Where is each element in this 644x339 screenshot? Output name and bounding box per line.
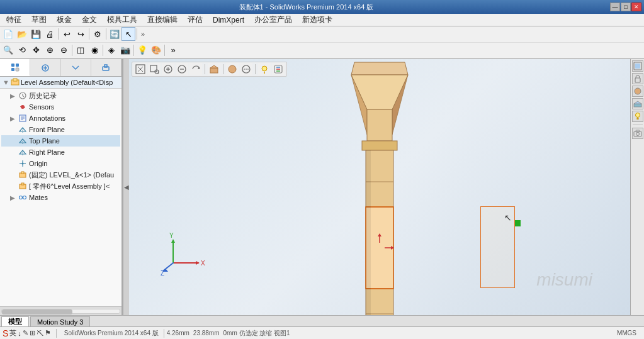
toolbar-expand: » — [138, 30, 147, 38]
front-plane-icon — [18, 125, 28, 135]
menu-features[interactable]: 特征 — [1, 13, 26, 26]
tb-section-view-button[interactable]: ◈ — [105, 43, 118, 57]
scrollbar-track[interactable] — [1, 309, 120, 314]
menu-sketch[interactable]: 草图 — [26, 13, 52, 26]
vp-zoom-area-button[interactable] — [148, 63, 161, 75]
tb-rotate-button[interactable]: ⟲ — [15, 43, 29, 57]
tb-appearance-button[interactable]: 🎨 — [149, 43, 163, 57]
expand-icon: ▶ — [10, 115, 18, 122]
3d-viewport[interactable]: ↖ X Y Z misumi — [129, 59, 630, 315]
rp-appearance-button[interactable] — [632, 86, 643, 97]
assembly-expand-icon: ▼ — [3, 79, 9, 86]
menu-dimxpert[interactable]: DimXpert — [208, 14, 249, 26]
vp-zoom-out-button[interactable] — [176, 63, 188, 75]
tb-zoom-out-button[interactable]: ⊖ — [57, 43, 71, 57]
tree-item-front-plane[interactable]: Front Plane — [1, 124, 120, 135]
rp-camera-button[interactable] — [632, 128, 643, 139]
tb-display-button[interactable]: ◉ — [88, 43, 101, 57]
separator-8 — [164, 45, 165, 56]
status-units: 0mm 仿选定 放缩 视图1 — [221, 329, 293, 338]
svg-marker-78 — [196, 261, 200, 265]
tb-rebuild-button[interactable]: 🔄 — [108, 27, 121, 41]
tab-dme-manager[interactable] — [91, 59, 121, 76]
solidworks-icon: S — [3, 328, 8, 338]
tb-print-button[interactable]: 🖨 — [43, 27, 57, 41]
tree-item-mates[interactable]: ▶ Mates — [1, 192, 120, 203]
expand-icon: ▶ — [10, 194, 18, 201]
tree-content: ▶ 历史记录 Sensors ▶ Annotations — [0, 89, 121, 306]
assembly-root[interactable]: ▼ Level Assembly (Default<Disp — [0, 77, 121, 89]
close-button[interactable]: ✕ — [631, 3, 641, 11]
selection-box — [480, 206, 515, 288]
rp-lights-button[interactable] — [632, 111, 643, 122]
coordinate-axes: X Y Z — [161, 231, 211, 277]
tree-item-label: Front Plane — [29, 126, 65, 133]
tb-select-button[interactable]: ↖ — [121, 27, 135, 41]
tree-item-top-plane[interactable]: Top Plane — [1, 135, 120, 147]
tree-item-annotations[interactable]: ▶ Annotations — [1, 113, 120, 124]
tb-redo-button[interactable]: ↪ — [74, 27, 88, 41]
menu-direct-edit[interactable]: 直接编辑 — [142, 13, 183, 26]
origin-icon — [18, 158, 28, 169]
tb-view-orient-button[interactable]: ◫ — [74, 43, 88, 57]
vp-view-type-button[interactable] — [208, 63, 220, 75]
vp-rotate-button[interactable] — [189, 63, 202, 75]
sensors-icon — [18, 102, 28, 112]
tb-more-button[interactable]: » — [166, 43, 180, 57]
tb-open-button[interactable]: 📂 — [15, 27, 29, 41]
menu-office[interactable]: 办公室产品 — [249, 13, 297, 26]
rp-lock-button[interactable] — [632, 73, 643, 84]
tb-save-button[interactable]: 💾 — [29, 27, 43, 41]
tb-zoom-fit-button[interactable]: 🔍 — [1, 43, 15, 57]
watermark: misumi — [536, 270, 592, 290]
menu-evaluate[interactable]: 评估 — [183, 13, 208, 26]
tb-undo-button[interactable]: ↩ — [60, 27, 74, 41]
tree-scrollbar[interactable] — [0, 306, 121, 315]
scrollbar-thumb[interactable] — [2, 309, 72, 314]
tb-options-button[interactable]: ⚙ — [91, 27, 105, 41]
menu-mold-tools[interactable]: 模具工具 — [102, 13, 142, 26]
toolbar-row-2: 🔍 ⟲ ✥ ⊕ ⊖ ◫ ◉ ◈ 📷 💡 🎨 » — [0, 43, 644, 59]
menu-new-tab[interactable]: 新选项卡 — [297, 13, 337, 26]
vp-lighting-button[interactable] — [258, 63, 271, 75]
menu-weldments[interactable]: 金文 — [77, 13, 102, 26]
z-axis-label: Z — [161, 270, 164, 275]
selection-handle[interactable] — [514, 220, 521, 226]
feature-manager-tabs — [0, 59, 121, 77]
svg-rect-84 — [635, 64, 640, 69]
tab-property-manager[interactable] — [30, 59, 60, 76]
tree-item-history[interactable]: ▶ 历史记录 — [1, 90, 120, 101]
maximize-button[interactable]: □ — [621, 3, 631, 11]
panel-expander[interactable]: ◀ — [123, 59, 129, 315]
vp-zoom-fit-button[interactable] — [134, 63, 147, 75]
separator-2 — [89, 28, 89, 40]
tree-item-right-plane[interactable]: Right Plane — [1, 147, 120, 158]
tb-lights-button[interactable]: 💡 — [135, 43, 149, 57]
vp-appearance-button[interactable] — [272, 63, 285, 75]
tree-item-label: Mates — [29, 194, 48, 201]
rp-display-button[interactable] — [632, 60, 643, 72]
tree-item-part6[interactable]: [ 零件6^Level Assembly ]< — [1, 181, 120, 192]
rp-scene-button[interactable] — [632, 98, 643, 109]
svg-rect-87 — [634, 104, 641, 107]
tree-item-origin[interactable]: Origin — [1, 158, 120, 169]
svg-point-93 — [636, 133, 639, 136]
menu-sheetmetal[interactable]: 板金 — [52, 13, 77, 26]
tab-feature-manager[interactable] — [0, 59, 30, 76]
right-panel — [630, 59, 644, 315]
tb-camera-button[interactable]: 📷 — [118, 43, 132, 57]
vp-display-mode-button[interactable] — [226, 63, 239, 75]
minimize-button[interactable]: — — [610, 3, 620, 11]
tb-pan-button[interactable]: ✥ — [29, 43, 43, 57]
tab-config-manager[interactable] — [61, 59, 91, 76]
tree-item-level-part[interactable]: (固定) LEVEL_&<1> (Defau — [1, 169, 120, 181]
tab-motion-study[interactable]: Motion Study 3 — [30, 316, 90, 326]
tb-new-button[interactable]: 📄 — [1, 27, 15, 41]
toolbar-row-1: 📄 📂 💾 🖨 ↩ ↪ ⚙ 🔄 ↖ » — [0, 26, 644, 43]
vp-zoom-in-button[interactable] — [162, 63, 174, 75]
tb-zoom-in-button[interactable]: ⊕ — [43, 43, 57, 57]
tab-model[interactable]: 模型 — [1, 316, 29, 326]
svg-rect-8 — [105, 65, 107, 67]
vp-hidden-lines-button[interactable] — [240, 63, 252, 75]
tree-item-sensors[interactable]: Sensors — [1, 101, 120, 113]
